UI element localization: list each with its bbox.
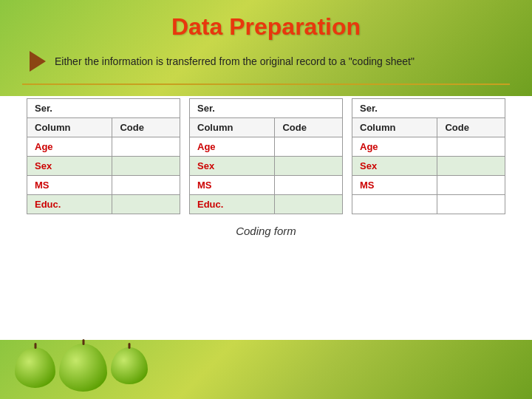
table2-col-header-column: Column [190,118,275,137]
apple-stem-2 [82,339,84,345]
table2-row-age-col: Age [190,137,275,157]
coding-table-1: Ser. Column Code Age Sex MS Educ. [27,98,180,214]
table1-row-sex-col: Sex [27,157,112,176]
page-title: Data Preparation [22,13,510,41]
apple-stem-1 [34,343,36,349]
table2-col-header-code: Code [275,118,343,137]
table1-row-age-col: Age [27,137,112,157]
main-content: Data Preparation Either the information … [0,0,532,237]
table1-row-ms-code [112,176,180,195]
apple-stem-3 [129,343,131,349]
bullet-arrow-icon [30,51,46,72]
table3-row-sex-col: Sex [352,157,437,176]
bullet-row: Either the information is transferred fr… [22,51,510,72]
table1-row-ms-col: MS [27,176,112,195]
coding-table-3: Ser. Column Code Age Sex MS Educ. [352,98,505,214]
apples-decoration [15,347,148,392]
table2-row-age-code [275,137,343,157]
table3-header: Ser. [352,99,505,118]
table3-row-ms-code [437,176,505,195]
table2-header: Ser. [190,99,343,118]
table2-row-ms-code [275,176,343,195]
table3-row-age-col: Age [352,137,437,157]
table1-row-educ-col: Educ. [27,195,112,214]
table1-col-header-code: Code [112,118,180,137]
table3-row-ms-col: MS [352,176,437,195]
table2-row-ms-col: MS [190,176,275,195]
apple-3 [111,347,148,384]
table2-row-sex-col: Sex [190,157,275,176]
table1-row-educ-code [112,195,180,214]
coding-form-label: Coding form [22,225,510,237]
table2-row-sex-code [275,157,343,176]
tables-wrapper: Ser. Column Code Age Sex MS Educ. [22,98,510,214]
table3-row-age-code [437,137,505,157]
table1-header: Ser. [27,99,180,118]
apple-1 [15,347,55,388]
coding-table-2: Ser. Column Code Age Sex MS Educ. [189,98,343,214]
apple-2 [59,344,107,392]
table2-row-educ-col: Educ. [190,195,275,214]
table1-row-sex-code [112,157,180,176]
divider [22,83,510,85]
table3-col-header-column: Column [352,118,437,137]
bullet-text: Either the information is transferred fr… [55,55,415,67]
table1-col-header-column: Column [27,118,112,137]
table3-row-sex-code [437,157,505,176]
table1-row-age-code [112,137,180,157]
table2-row-educ-code [275,195,343,214]
table3-col-header-code: Code [437,118,505,137]
